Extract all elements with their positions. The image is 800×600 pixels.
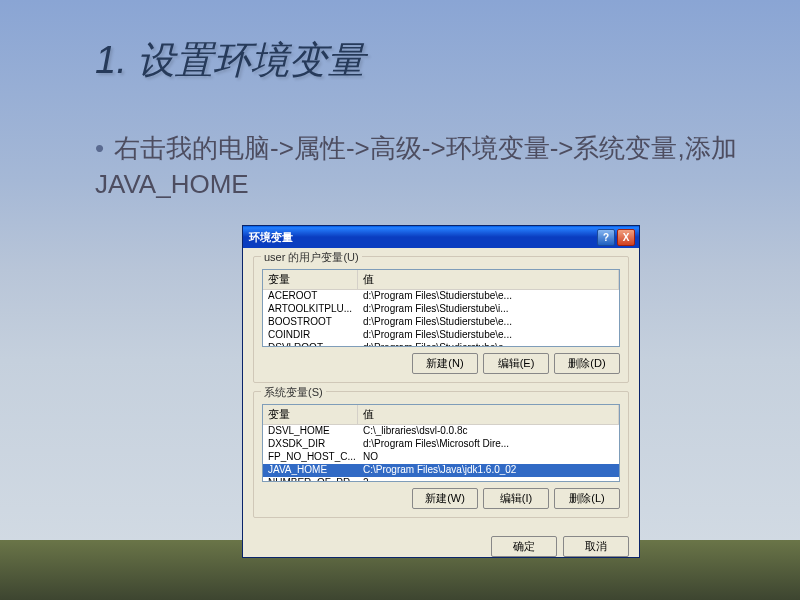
var-value: 2 [358, 477, 619, 482]
ok-button[interactable]: 确定 [491, 536, 557, 557]
user-vars-legend: user 的用户变量(U) [261, 250, 362, 265]
bullet-text: •右击我的电脑->属性->高级->环境变量->系统变量,添加JAVA_HOME [95, 130, 740, 203]
table-row[interactable]: JAVA_HOMEC:\Program Files\Java\jdk1.6.0_… [263, 464, 619, 477]
table-row[interactable]: BOOSTROOTd:\Program Files\Studierstube\e… [263, 316, 619, 329]
var-name: DSVLROOT [263, 342, 358, 347]
slide-title: 1. 设置环境变量 [95, 35, 365, 86]
system-edit-button[interactable]: 编辑(I) [483, 488, 549, 509]
close-button[interactable]: X [617, 229, 635, 246]
system-vars-list[interactable]: 变量 值 DSVL_HOMEC:\_libraries\dsvl-0.0.8cD… [262, 404, 620, 482]
var-name: BOOSTROOT [263, 316, 358, 329]
var-name: ACEROOT [263, 290, 358, 303]
var-value: C:\Program Files\Java\jdk1.6.0_02 [358, 464, 619, 477]
system-vars-legend: 系统变量(S) [261, 385, 326, 400]
var-name: DSVL_HOME [263, 425, 358, 438]
col-var[interactable]: 变量 [263, 270, 358, 289]
var-value: d:\Program Files\Studierstube\e... [358, 329, 619, 342]
table-row[interactable]: DSVLROOTd:\Program Files\Studierstube\e.… [263, 342, 619, 347]
var-value: NO [358, 451, 619, 464]
table-row[interactable]: DXSDK_DIRd:\Program Files\Microsoft Dire… [263, 438, 619, 451]
user-vars-fieldset: user 的用户变量(U) 变量 值 ACEROOTd:\Program Fil… [253, 256, 629, 383]
table-row[interactable]: NUMBER_OF_PR...2 [263, 477, 619, 482]
user-vars-header: 变量 值 [263, 270, 619, 290]
table-row[interactable]: FP_NO_HOST_C...NO [263, 451, 619, 464]
titlebar-text: 环境变量 [247, 230, 597, 245]
var-value: d:\Program Files\Studierstube\i... [358, 303, 619, 316]
user-delete-button[interactable]: 删除(D) [554, 353, 620, 374]
titlebar[interactable]: 环境变量 ? X [243, 226, 639, 248]
var-value: C:\_libraries\dsvl-0.0.8c [358, 425, 619, 438]
system-delete-button[interactable]: 删除(L) [554, 488, 620, 509]
table-row[interactable]: ACEROOTd:\Program Files\Studierstube\e..… [263, 290, 619, 303]
var-value: d:\Program Files\Studierstube\e... [358, 316, 619, 329]
dialog-body: user 的用户变量(U) 变量 值 ACEROOTd:\Program Fil… [243, 248, 639, 534]
user-new-button[interactable]: 新建(N) [412, 353, 478, 374]
user-vars-list[interactable]: 变量 值 ACEROOTd:\Program Files\Studierstub… [262, 269, 620, 347]
system-vars-fieldset: 系统变量(S) 变量 值 DSVL_HOMEC:\_libraries\dsvl… [253, 391, 629, 518]
user-edit-button[interactable]: 编辑(E) [483, 353, 549, 374]
var-name: NUMBER_OF_PR... [263, 477, 358, 482]
col-val[interactable]: 值 [358, 405, 619, 424]
table-row[interactable]: ARTOOLKITPLU...d:\Program Files\Studiers… [263, 303, 619, 316]
system-vars-header: 变量 值 [263, 405, 619, 425]
table-row[interactable]: COINDIRd:\Program Files\Studierstube\e..… [263, 329, 619, 342]
bullet-content: 右击我的电脑->属性->高级->环境变量->系统变量,添加JAVA_HOME [95, 133, 737, 199]
table-row[interactable]: DSVL_HOMEC:\_libraries\dsvl-0.0.8c [263, 425, 619, 438]
col-val[interactable]: 值 [358, 270, 619, 289]
var-name: JAVA_HOME [263, 464, 358, 477]
var-name: DXSDK_DIR [263, 438, 358, 451]
col-var[interactable]: 变量 [263, 405, 358, 424]
var-value: d:\Program Files\Studierstube\e... [358, 342, 619, 347]
help-button[interactable]: ? [597, 229, 615, 246]
cancel-button[interactable]: 取消 [563, 536, 629, 557]
system-new-button[interactable]: 新建(W) [412, 488, 478, 509]
var-name: ARTOOLKITPLU... [263, 303, 358, 316]
var-value: d:\Program Files\Studierstube\e... [358, 290, 619, 303]
var-name: FP_NO_HOST_C... [263, 451, 358, 464]
var-value: d:\Program Files\Microsoft Dire... [358, 438, 619, 451]
var-name: COINDIR [263, 329, 358, 342]
bullet-icon: • [95, 130, 104, 166]
env-var-dialog: 环境变量 ? X user 的用户变量(U) 变量 值 ACEROOTd:\Pr… [242, 225, 640, 558]
